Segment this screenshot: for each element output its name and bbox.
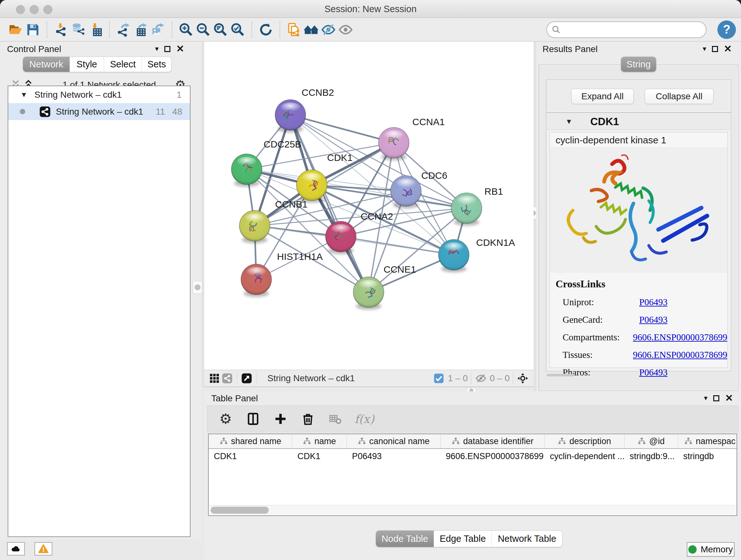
zoom-selected-button[interactable] bbox=[229, 21, 246, 38]
network-row[interactable]: String Network – cdk1 11 48 bbox=[8, 103, 190, 120]
results-scrollbar-thumb[interactable] bbox=[547, 374, 574, 376]
node-CCNA2[interactable] bbox=[326, 221, 356, 252]
hide-selected-button[interactable] bbox=[320, 21, 337, 38]
memory-button[interactable]: Memory bbox=[687, 542, 735, 557]
table-options-gear-icon[interactable]: ⚙ bbox=[217, 411, 234, 427]
float-panel-icon[interactable] bbox=[164, 46, 171, 52]
network-overview-icon[interactable] bbox=[208, 372, 221, 385]
crosslink-link[interactable]: P06493 bbox=[639, 314, 668, 325]
close-panel-icon[interactable]: ✕ bbox=[725, 395, 733, 401]
fit-content-icon[interactable] bbox=[516, 372, 529, 385]
edge-RB1-CCNA2[interactable] bbox=[341, 208, 467, 237]
warnings-button[interactable] bbox=[35, 542, 52, 556]
node-label-CDC25B: CDC25B bbox=[264, 139, 301, 149]
cloud-status-button[interactable] bbox=[7, 542, 25, 556]
table-horizontal-scrollbar[interactable] bbox=[209, 505, 736, 515]
node-CCNB2[interactable] bbox=[275, 100, 306, 130]
node-RB1[interactable] bbox=[451, 193, 482, 224]
import-table-button[interactable] bbox=[87, 21, 104, 38]
collapse-all-button[interactable]: Collapse All bbox=[645, 89, 714, 104]
panel-menu-icon[interactable]: ▾ bbox=[155, 45, 158, 53]
search-input[interactable] bbox=[561, 24, 698, 35]
node-CDC6[interactable] bbox=[391, 176, 421, 206]
tab-select[interactable]: Select bbox=[104, 57, 142, 72]
close-panel-icon[interactable]: ✕ bbox=[176, 46, 184, 52]
export-network-button[interactable] bbox=[115, 21, 132, 38]
function-builder-icon[interactable]: f(x) bbox=[354, 413, 374, 426]
panel-menu-icon[interactable]: ▾ bbox=[704, 394, 708, 402]
network-view-icon[interactable] bbox=[221, 372, 233, 385]
column-header-database-identifier[interactable]: database identifier bbox=[441, 434, 545, 448]
float-panel-icon[interactable] bbox=[713, 395, 719, 401]
tab-style[interactable]: Style bbox=[70, 57, 104, 72]
selected-nodes-checkbox[interactable] bbox=[432, 372, 445, 385]
export-table-button[interactable] bbox=[132, 21, 149, 38]
collection-expand-icon[interactable]: ▼ bbox=[20, 91, 27, 99]
node-CCNA1[interactable] bbox=[379, 127, 409, 158]
column-header-description[interactable]: description bbox=[545, 434, 624, 448]
refresh-view-button[interactable] bbox=[257, 21, 274, 38]
node-HIST1H1A[interactable] bbox=[241, 264, 272, 295]
show-columns-icon[interactable] bbox=[245, 411, 261, 427]
network-graph[interactable]: CCNB2CCNA1CDC25BCDK1CDC6RB1CCNB1CCNA2CDK… bbox=[204, 42, 534, 370]
node-CCNE1[interactable] bbox=[353, 277, 384, 307]
node-CDKN1A[interactable] bbox=[439, 240, 469, 270]
separator bbox=[513, 372, 513, 385]
separator bbox=[471, 372, 471, 385]
tab-sets[interactable]: Sets bbox=[142, 57, 172, 72]
node-CDK1[interactable] bbox=[296, 170, 327, 200]
close-panel-icon[interactable]: ✕ bbox=[724, 46, 732, 52]
expand-all-button[interactable]: Expand All bbox=[571, 89, 634, 104]
search-field[interactable] bbox=[546, 21, 706, 38]
node-CDC25B[interactable] bbox=[231, 154, 262, 185]
hidden-elements-icon[interactable] bbox=[475, 372, 487, 385]
crosslink-link[interactable]: P06493 bbox=[639, 367, 668, 377]
panel-menu-icon[interactable]: ▾ bbox=[703, 45, 706, 53]
zoom-out-button[interactable] bbox=[195, 21, 212, 38]
table-row[interactable]: CDK1CDK1P064939606.ENSP00000378699cyclin… bbox=[209, 449, 737, 463]
open-session-button[interactable] bbox=[7, 21, 24, 38]
crosslink-link[interactable]: 9606.ENSP00000378699 bbox=[633, 332, 727, 342]
table-scrollbar-thumb[interactable] bbox=[211, 507, 269, 514]
column-header--id[interactable]: @id bbox=[624, 434, 678, 448]
column-header-namespac[interactable]: namespac bbox=[678, 434, 741, 448]
tab-node-table[interactable]: Node Table bbox=[376, 531, 434, 547]
tab-network[interactable]: Network bbox=[23, 57, 70, 72]
delete-table-icon[interactable] bbox=[327, 411, 344, 427]
left-splitter[interactable] bbox=[202, 42, 204, 387]
add-column-icon[interactable] bbox=[272, 411, 289, 427]
section-collapse-icon[interactable]: ▼ bbox=[565, 118, 572, 126]
table-header-row: shared namenamecanonical namedatabase id… bbox=[209, 434, 737, 449]
column-header-name[interactable]: name bbox=[292, 434, 347, 448]
crosslink-link[interactable]: P06493 bbox=[639, 297, 668, 307]
duplicate-network-button[interactable] bbox=[285, 21, 302, 38]
network-collection-row[interactable]: ▼ String Network – cdk1 1 bbox=[8, 86, 190, 103]
node-CCNB1[interactable] bbox=[239, 210, 270, 241]
left-splitter-grip[interactable] bbox=[193, 281, 202, 294]
export-image-button[interactable] bbox=[149, 21, 166, 38]
tab-string[interactable]: String bbox=[621, 57, 656, 72]
import-network-file-button[interactable] bbox=[52, 21, 70, 38]
selected-count: 1 – 0 bbox=[448, 373, 468, 383]
tab-network-table[interactable]: Network Table bbox=[491, 531, 562, 547]
tab-edge-table[interactable]: Edge Table bbox=[434, 531, 491, 547]
first-neighbors-button[interactable] bbox=[302, 21, 320, 38]
import-network-database-button[interactable] bbox=[70, 21, 87, 38]
show-all-button[interactable] bbox=[337, 21, 354, 38]
save-session-button[interactable] bbox=[24, 21, 42, 38]
gene-section: ▼ CDK1 cyclin-dependent kinase 1 bbox=[546, 113, 731, 371]
birdseye-view-icon[interactable] bbox=[240, 372, 253, 385]
network-canvas[interactable]: CCNB2CCNA1CDC25BCDK1CDC6RB1CCNB1CCNA2CDK… bbox=[204, 42, 534, 370]
search-icon bbox=[551, 25, 561, 35]
help-button[interactable]: ? bbox=[718, 20, 736, 39]
zoom-in-button[interactable] bbox=[178, 21, 195, 38]
node-label-CCNE1: CCNE1 bbox=[384, 264, 416, 274]
gene-section-header[interactable]: ▼ CDK1 bbox=[547, 114, 730, 130]
delete-column-icon[interactable] bbox=[300, 411, 316, 427]
column-header-canonical-name[interactable]: canonical name bbox=[347, 434, 441, 448]
edge-CCNB2-CCNA1[interactable] bbox=[290, 115, 394, 143]
float-panel-icon[interactable] bbox=[712, 46, 718, 52]
column-header-shared-name[interactable]: shared name bbox=[209, 434, 292, 448]
crosslink-link[interactable]: 9606.ENSP00000378699 bbox=[633, 350, 727, 360]
zoom-fit-button[interactable] bbox=[212, 21, 229, 38]
